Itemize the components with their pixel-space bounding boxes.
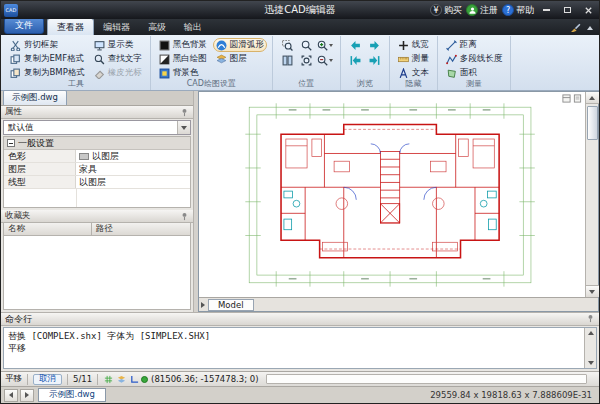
- zoom-window-button[interactable]: [278, 38, 297, 53]
- layout-icon[interactable]: [562, 94, 571, 103]
- layers-label: 图层: [230, 53, 247, 65]
- prev-tab-button[interactable]: [4, 389, 18, 402]
- floor-plan-drawing: [199, 92, 585, 297]
- clip-frame-button[interactable]: 剪切框架: [7, 38, 88, 52]
- arrow-left-icon: [9, 392, 13, 398]
- bw-draw-button[interactable]: 黑白绘图: [156, 52, 210, 66]
- distance-button[interactable]: 距离: [443, 38, 506, 52]
- zoom-window-icon: [282, 40, 293, 51]
- property-name: 色彩: [4, 150, 76, 162]
- next-tab-button[interactable]: [20, 389, 34, 402]
- zoom-out-button[interactable]: [316, 53, 335, 68]
- layers-button[interactable]: 图层: [213, 52, 267, 66]
- scroll-down-button[interactable]: [586, 285, 599, 297]
- tab-viewer[interactable]: 查看器: [47, 18, 94, 35]
- lineweight-toggle[interactable]: 线宽: [395, 38, 432, 52]
- measure-toggle[interactable]: 测量: [395, 52, 432, 66]
- model-tab[interactable]: Model: [208, 299, 254, 311]
- scroll-up-button[interactable]: [588, 328, 594, 338]
- scroll-up-button[interactable]: [586, 92, 599, 104]
- copy-emf-button[interactable]: 复制为EMF格式: [7, 52, 88, 66]
- pin-icon[interactable]: [180, 108, 189, 117]
- help-button[interactable]: ? 帮助: [502, 4, 534, 17]
- brush-icon[interactable]: [570, 22, 581, 33]
- scroll-thumb[interactable]: [587, 106, 598, 140]
- property-row-linetype[interactable]: 线型 以图层: [4, 176, 190, 189]
- ribbon-group-position: 位置: [273, 36, 341, 90]
- minimize-button[interactable]: [538, 4, 555, 17]
- zoom-extents-button[interactable]: [297, 53, 316, 68]
- window-title: 迅捷CAD编辑器: [264, 3, 336, 17]
- polyline-length-button[interactable]: 多段线长度: [443, 52, 506, 66]
- sheet-icon[interactable]: [573, 94, 582, 103]
- tab-editor[interactable]: 编辑器: [94, 19, 139, 35]
- grid-toggle-button[interactable]: [103, 374, 114, 385]
- command-panel: 命令行 替换 [COMPLEX.shx] 字体为 [SIMPLEX.SHX] 平…: [1, 312, 599, 371]
- preset-dropdown[interactable]: 默认值: [3, 120, 191, 135]
- left-panel: 示例图.dwg 属性 默认值 一般设置 色彩: [1, 91, 194, 312]
- first-view-button[interactable]: [346, 53, 365, 68]
- property-row-layer[interactable]: 图层 家具: [4, 163, 190, 176]
- favorites-col-path[interactable]: 路径: [92, 223, 117, 235]
- black-bg-button[interactable]: 黑色背景: [156, 38, 210, 52]
- smooth-arc-toggle[interactable]: 圆滑弧形: [213, 38, 267, 52]
- pin-icon[interactable]: [586, 314, 595, 323]
- properties-header: 属性: [1, 106, 193, 119]
- file-tab-active[interactable]: 示例图.dwg: [38, 388, 106, 402]
- next-view-icon: [369, 40, 380, 51]
- group-label-draw-settings: CAD绘图设置: [151, 78, 272, 89]
- arrow-up-icon: [589, 96, 595, 100]
- maximize-button[interactable]: [559, 4, 576, 17]
- vertical-scrollbar[interactable]: [585, 92, 598, 297]
- arrow-down-icon: [588, 361, 594, 365]
- status-mode: 平移: [5, 373, 22, 385]
- scroll-down-button[interactable]: [588, 358, 594, 368]
- file-menu-button[interactable]: 文件: [4, 17, 44, 34]
- group-label-hide: 隐藏: [390, 78, 437, 89]
- next-view-button[interactable]: [365, 38, 384, 53]
- close-button[interactable]: [580, 4, 597, 17]
- display-class-button[interactable]: 显示类: [91, 38, 145, 52]
- favorites-list[interactable]: [3, 236, 191, 310]
- register-button[interactable]: 注册: [466, 4, 498, 17]
- prev-view-button[interactable]: [346, 38, 365, 53]
- tile-view-button[interactable]: [278, 53, 297, 68]
- collapse-ribbon-icon[interactable]: [587, 26, 593, 30]
- ribbon-group-tools: 剪切框架 复制为EMF格式 复制为BMP格式 显示类 查找文: [2, 36, 151, 90]
- find-text-button[interactable]: 查找文字: [91, 52, 145, 66]
- property-value: 以图层: [92, 150, 119, 163]
- tab-advanced[interactable]: 高级: [139, 19, 175, 35]
- collapse-icon[interactable]: [7, 139, 15, 147]
- ortho-toggle-button[interactable]: [129, 374, 140, 385]
- copy-emf-label: 复制为EMF格式: [24, 53, 84, 65]
- draw-region[interactable]: [199, 92, 585, 297]
- display-class-label: 显示类: [108, 39, 134, 51]
- pin-icon[interactable]: [180, 212, 189, 221]
- preset-value: 默认值: [4, 121, 177, 134]
- status-progress-field: [266, 374, 587, 384]
- layers-status-button[interactable]: [116, 374, 127, 385]
- zoom-in-button[interactable]: [316, 38, 335, 53]
- buy-button[interactable]: ¥ 购买: [430, 4, 462, 17]
- app-logo-icon[interactable]: CAD: [4, 4, 18, 17]
- find-text-label: 查找文字: [108, 53, 142, 65]
- property-section-row[interactable]: 一般设置: [4, 137, 190, 150]
- command-line: 替换 [COMPLEX.shx] 字体为 [SIMPLEX.SHX]: [8, 330, 580, 342]
- property-row-color[interactable]: 色彩 以图层: [4, 150, 190, 163]
- zoom-in-icon: [317, 40, 328, 51]
- zoom-dynamic-button[interactable]: [297, 38, 316, 53]
- favorites-col-name[interactable]: 名称: [4, 223, 92, 235]
- doc-tab[interactable]: 示例图.dwg: [3, 90, 67, 105]
- preset-dropdown-button[interactable]: [177, 121, 190, 134]
- favorites-title: 收藏夹: [5, 210, 31, 222]
- command-scrollbar[interactable]: [584, 328, 596, 368]
- black-bg-icon: [159, 40, 170, 51]
- last-view-button[interactable]: [365, 53, 384, 68]
- tab-scroll-icon[interactable]: [201, 302, 205, 308]
- eraser-icon: [94, 68, 105, 79]
- cancel-button[interactable]: 取消: [33, 374, 62, 385]
- drawing-canvas[interactable]: Model: [198, 91, 599, 312]
- command-output[interactable]: 替换 [COMPLEX.shx] 字体为 [SIMPLEX.SHX] 平移: [3, 327, 597, 369]
- property-grid-empty: [4, 189, 190, 207]
- tab-output[interactable]: 输出: [175, 19, 211, 35]
